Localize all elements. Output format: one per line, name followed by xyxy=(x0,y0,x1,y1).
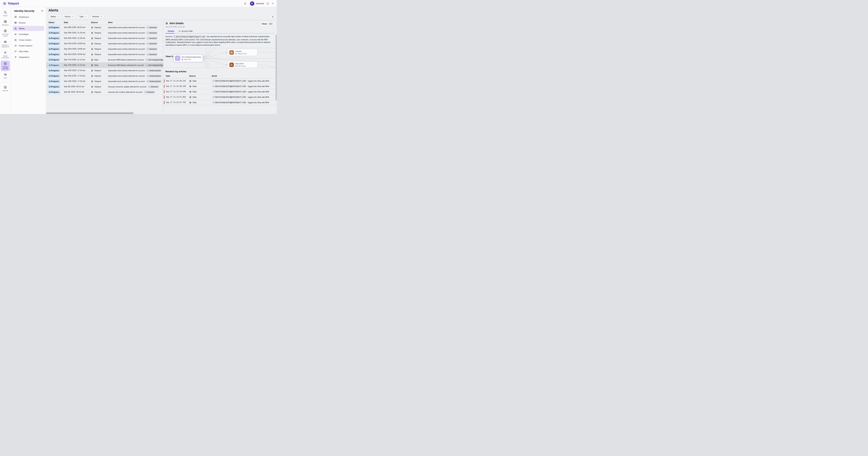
chevron-down-icon[interactable] xyxy=(272,2,274,5)
column-header-status[interactable]: Status xyxy=(49,21,55,24)
username[interactable]: benarent xyxy=(256,2,264,4)
filter-status[interactable]: Status xyxy=(49,14,61,19)
filter-type[interactable]: Type xyxy=(77,14,89,19)
account-badge[interactable]: ben+integrator@goteleport.com xyxy=(212,80,247,82)
teleport-gear-icon xyxy=(3,2,6,5)
subnav-item-browse[interactable]: Browse xyxy=(12,20,44,25)
node-subtitle: Okta User xyxy=(184,59,191,60)
browse-icon xyxy=(14,21,17,24)
account-badge[interactable]: ben+integrator@goteleport.com xyxy=(212,96,247,98)
log-column-source: Source xyxy=(189,75,196,77)
subnav-item-crown-jewels[interactable]: Crown Jewels xyxy=(12,37,44,42)
table-row[interactable]: In Progress Sep 23rd 2025, 03:08 am Tele… xyxy=(46,52,163,57)
account-badge[interactable]: ben+integrator@goteleport.com xyxy=(145,64,163,67)
sidebar-item-identity-security[interactable]: Identity Security xyxy=(1,61,10,71)
sidebar-item-machine-workload-id[interactable]: Machine & Workload ID xyxy=(1,39,10,49)
table-row[interactable]: In Progress Sep 25th 2025, 11:18 am Tele… xyxy=(46,30,163,36)
account-badge[interactable]: benarent xyxy=(146,31,158,34)
subnav-item-integrations[interactable]: Integrations xyxy=(12,55,44,60)
refresh-button[interactable] xyxy=(270,15,275,19)
account-badge[interactable]: thedevelopnik xyxy=(146,80,162,83)
subnav-item-label: Investigate xyxy=(19,33,29,35)
table-row[interactable]: In Progress Sep 12th 2025, 17:23 pm Tele… xyxy=(46,73,163,79)
table-row[interactable]: In Progress Sep 17th 2025, 11:13 am Okta… xyxy=(46,62,163,68)
account-badge[interactable]: ben+integrator@goteleport.com xyxy=(212,90,247,93)
row-date: Sep 17th 2025, 11:13 am xyxy=(64,59,85,61)
esc-key-badge: esc xyxy=(269,23,273,25)
sidebar-item-label: Identity Security xyxy=(1,66,9,70)
filter-source[interactable]: Source xyxy=(62,14,76,19)
tab-access-path[interactable]: Access Path xyxy=(179,30,193,33)
log-row[interactable]: Sep 17 11:13:53.963 Okta ben+integrator@… xyxy=(163,94,277,100)
collapse-sidebar-icon[interactable] xyxy=(41,9,44,12)
log-row[interactable]: Sep 17 11:13:47.701 Okta ben+integrator@… xyxy=(163,100,277,105)
account-badge[interactable]: benarent xyxy=(143,90,155,94)
subnav-item-graph-explorer[interactable]: Graph Explorer xyxy=(12,43,44,48)
avatar[interactable]: B xyxy=(250,1,254,6)
account-badge[interactable]: benarent xyxy=(146,48,158,51)
account-badge[interactable]: thedevelopnik xyxy=(146,74,162,78)
graph-icon xyxy=(179,30,181,32)
account-badge[interactable]: benarent xyxy=(146,53,158,56)
teleport-logo[interactable]: Teleport xyxy=(3,2,19,5)
status-badge: In Progress xyxy=(48,85,60,88)
table-row[interactable]: In Progress Sep 23rd 2025, 03:08 am Tele… xyxy=(46,47,163,52)
row-date: Sep 12th 2025, 17:23 pm xyxy=(64,80,85,82)
account-badge[interactable]: thedevelopnik xyxy=(146,69,162,72)
account-badge[interactable]: ben+integrator@goteleport.com xyxy=(145,58,163,61)
sidebar-item-resources[interactable]: Resources xyxy=(1,19,10,27)
person-icon xyxy=(147,43,149,45)
subnav-item-sql-editor[interactable]: SQL Editor xyxy=(12,49,44,54)
notifications-bell-icon[interactable] xyxy=(244,2,247,5)
person-icon xyxy=(147,54,149,55)
access-path-node-user[interactable]: ben+integrator@goteleport.c... Okta User xyxy=(173,54,203,62)
column-header-date[interactable]: Date xyxy=(64,21,68,24)
sidebar-item-add-new[interactable]: Add New xyxy=(1,84,10,93)
horizontal-scrollbar[interactable] xyxy=(46,112,133,114)
log-row[interactable]: Sep 17 11:14:38.230 Okta ben+integrator@… xyxy=(163,84,277,89)
table-row[interactable]: In Progress Sep 5th 2025, 09:10 am Telep… xyxy=(46,89,163,95)
table-row[interactable]: In Progress Sep 17th 2025, 11:13 am Okta… xyxy=(46,57,163,62)
sidebar-item-search[interactable]: Search xyxy=(1,9,10,18)
sidebar-item-identity-governance[interactable]: Identity Governance xyxy=(1,50,10,60)
column-header-source[interactable]: Source xyxy=(91,21,98,24)
table-row[interactable]: In Progress Sep 12th 2025, 17:23 pm Tele… xyxy=(46,68,163,73)
access-path-node-okta-admin[interactable]: okta-admin Okta Group xyxy=(227,61,257,68)
subnav-item-alerts[interactable]: Alerts xyxy=(12,26,44,31)
close-button[interactable]: Close esc xyxy=(260,21,275,26)
subnav-item-investigate[interactable]: Investigate xyxy=(12,32,44,37)
chevron-down-icon xyxy=(85,16,87,18)
column-header-alert[interactable]: Alert xyxy=(108,21,113,24)
table-row[interactable]: In Progress Sep 23rd 2025, 03:08 am Tele… xyxy=(46,41,163,47)
account-badge[interactable]: benarent xyxy=(146,42,158,45)
table-row[interactable]: In Progress Sep 12th 2025, 17:23 pm Tele… xyxy=(46,79,163,84)
sidebar-item-zero-trust-access[interactable]: Zero Trust Access xyxy=(1,28,10,38)
account-badge[interactable]: benarent xyxy=(147,85,159,88)
row-source: Teleport xyxy=(91,47,101,52)
log-row[interactable]: Sep 17 11:13:59.046 Okta ben+integrator@… xyxy=(163,89,277,94)
access-path-node-reviewer[interactable]: reviewer Teleport Role xyxy=(227,49,257,56)
sidebar-item-audit[interactable]: Audit xyxy=(1,72,10,80)
node-title: ben+integrator@goteleport.c... xyxy=(182,56,202,58)
account-badge[interactable]: ben+integrator@goteleport.com xyxy=(212,101,247,104)
filter-severity[interactable]: Severity xyxy=(90,14,104,19)
robot-icon xyxy=(4,40,7,44)
row-alert: Impossible travel activity detected for … xyxy=(108,47,163,52)
log-source: Okta xyxy=(189,84,196,89)
table-row[interactable]: In Progress Sep 5th 2025, 09:10 am Telep… xyxy=(46,84,163,89)
subnav-item-dashboard[interactable]: Dashboard xyxy=(12,15,44,20)
account-badge[interactable]: ben+integrator@goteleport.com xyxy=(212,85,247,88)
status-badge: In Progress xyxy=(48,69,60,72)
person-icon xyxy=(213,96,215,98)
shield-warning-icon[interactable] xyxy=(267,2,269,5)
account-badge[interactable]: ben+integrator@goteleport.com xyxy=(173,35,206,38)
vertical-scrollbar[interactable] xyxy=(276,35,277,101)
account-badge[interactable]: benarent xyxy=(146,37,158,40)
row-alert: Impossible travel activity detected for … xyxy=(108,36,163,41)
tab-details[interactable]: Details xyxy=(168,30,174,33)
account-badge[interactable]: benarent xyxy=(146,26,158,29)
panel-tabs: Details Access Path xyxy=(165,30,275,33)
table-row[interactable]: In Progress Sep 29th 2025, 06:20 am Tele… xyxy=(46,25,163,30)
log-row[interactable]: Sep 17 11:14:38.241 Okta ben+integrator@… xyxy=(163,78,277,84)
table-row[interactable]: In Progress Sep 25th 2025, 11:18 am Tele… xyxy=(46,36,163,41)
